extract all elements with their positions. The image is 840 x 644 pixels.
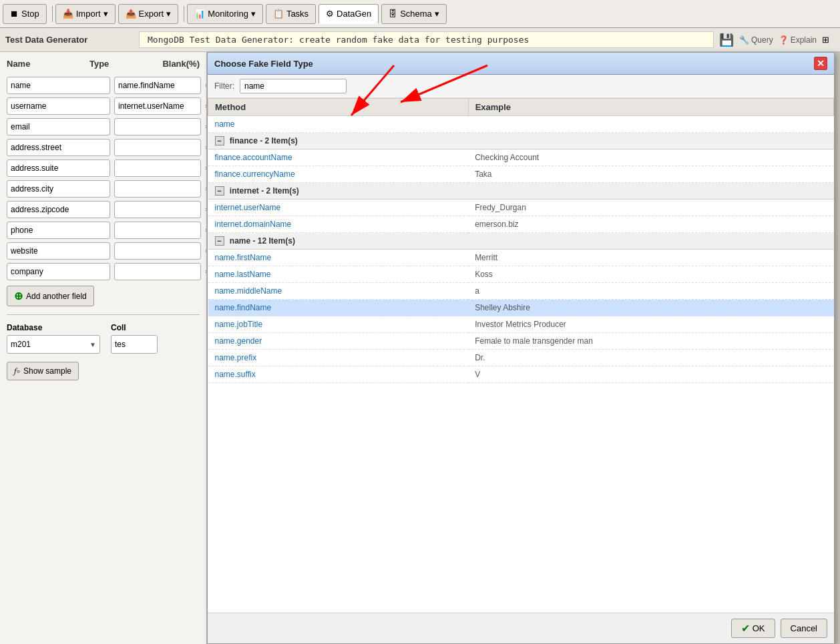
tasks-icon: 📋 [273,9,284,19]
stop-button[interactable]: ⏹ Stop [3,4,47,24]
database-select[interactable]: m201 ▼ [7,335,100,354]
method-link[interactable]: name.gender [215,336,262,346]
query-button[interactable]: 🔧 Query [739,35,773,45]
cancel-button[interactable]: Cancel [781,619,827,638]
method-link[interactable]: name.lastName [215,270,271,279]
group-label-finance: finance - 2 Item(s) [230,136,298,145]
schema-dropdown-icon: ▾ [435,9,439,19]
example-column-header: Example [468,99,833,116]
explain-label: Explain [791,35,817,45]
field-name-input-3[interactable] [7,139,110,156]
table-row: ⚙ ⊗ [7,118,200,135]
method-link[interactable]: name.jobTitle [215,320,263,329]
import-button[interactable]: 📥 Import ▾ [55,4,116,24]
collapse-toggle-finance[interactable]: − [215,136,224,145]
method-column-header: Method [208,99,469,116]
import-icon: 📥 [63,9,73,19]
method-link[interactable]: name.firstName [215,253,272,262]
group-label-name: name - 12 Item(s) [230,236,295,246]
example-cell: a [468,283,833,300]
schema-button[interactable]: 🗄 Schema ▾ [381,4,447,24]
save-icon[interactable]: 💾 [719,33,734,47]
method-cell: name.gender [208,333,469,350]
export-button[interactable]: 📤 Export ▾ [118,4,179,24]
field-name-input-1[interactable] [7,97,110,115]
method-link[interactable]: finance.accountName [215,153,292,162]
field-name-input-9[interactable] [7,263,110,280]
field-type-input-3[interactable] [114,139,201,156]
stop-label: Stop [21,9,39,19]
field-type-input-7[interactable] [114,222,201,239]
group-header-finance: − finance - 2 Item(s) [208,133,834,149]
table-row[interactable]: internet.userName Fredy_Durgan [208,200,834,216]
selected-row-findname[interactable]: name.findName Shelley Abshire [208,300,834,316]
field-name-input-0[interactable] [7,77,110,94]
tooltip-bar: MongoDB Test Data Generator: create rand… [139,31,714,48]
toolbar: ⏹ Stop 📥 Import ▾ 📤 Export ▾ 📊 Monitorin… [0,0,840,28]
field-type-input-0[interactable] [114,77,201,94]
ok-button[interactable]: ✔ OK [731,619,775,638]
table-row[interactable]: internet.domainName emerson.biz [208,216,834,233]
table-row[interactable]: name.jobTitle Investor Metrics Producer [208,316,834,333]
field-name-input-6[interactable] [7,201,110,218]
example-cell: V [468,366,833,383]
method-link[interactable]: finance.currencyName [215,170,295,179]
explain-button[interactable]: ❓ Explain [779,35,817,45]
field-type-input-1[interactable] [114,97,201,115]
export-icon: 📤 [126,9,136,19]
method-link[interactable]: name.middleName [215,286,282,296]
collapse-toggle-name[interactable]: − [215,236,224,246]
modal-close-button[interactable]: ✕ [814,57,827,70]
collection-input[interactable] [111,335,158,354]
datagen-button[interactable]: ⚙ DataGen [319,4,379,24]
import-label: Import [76,9,101,19]
field-type-input-8[interactable] [114,242,201,260]
add-field-button[interactable]: ⊕ Add another field [7,286,94,306]
field-name-input-2[interactable] [7,118,110,135]
table-row[interactable]: finance.currencyName Taka [208,166,834,183]
example-cell [468,116,833,133]
blank-column-header: Blank(%) [162,59,200,69]
table-row[interactable]: name.lastName Koss [208,266,834,283]
method-link[interactable]: name.prefix [215,353,257,362]
field-name-input-8[interactable] [7,242,110,260]
help-icon: ❓ [779,35,789,45]
table-row[interactable]: name.middleName a [208,283,834,300]
methods-table: Method Example name [208,98,834,383]
table-row[interactable]: name.suffix V [208,366,834,383]
filter-input[interactable] [240,79,347,93]
field-name-input-4[interactable] [7,159,110,177]
table-row[interactable]: name.prefix Dr. [208,350,834,366]
method-cell: finance.accountName [208,149,469,166]
field-type-input-9[interactable] [114,263,201,280]
field-type-input-4[interactable] [114,159,201,177]
show-sample-button[interactable]: 𝑓∘ Show sample [7,362,79,380]
example-cell: Taka [468,166,833,183]
field-type-input-6[interactable] [114,201,201,218]
method-link[interactable]: internet.userName [215,203,281,212]
group-label-internet: internet - 2 Item(s) [230,186,299,196]
table-row: ⚙ ⊗ [7,139,200,156]
separator-2 [184,6,184,22]
monitoring-button[interactable]: 📊 Monitoring ▾ [187,4,263,24]
table-row: ⚙ ⊗ [7,222,200,239]
field-name-input-5[interactable] [7,180,110,198]
modal-dialog: Choose Fake Field Type ✕ Filter: Method … [207,52,835,644]
method-link[interactable]: internet.domainName [215,220,292,229]
method-link[interactable]: name.suffix [215,370,256,379]
field-name-input-7[interactable] [7,222,110,239]
example-cell: Koss [468,266,833,283]
method-link[interactable]: name.findName [215,303,272,312]
collapse-toggle-internet[interactable]: − [215,186,224,196]
app-title: Test Data Generator [5,35,139,45]
tasks-button[interactable]: 📋 Tasks [266,4,316,24]
table-row[interactable]: finance.accountName Checking Account [208,149,834,166]
field-type-input-2[interactable] [114,118,201,135]
method-link[interactable]: name [215,119,235,129]
table-row[interactable]: name.firstName Merritt [208,250,834,266]
group-header-internet: − internet - 2 Item(s) [208,183,834,200]
table-row[interactable]: name.gender Female to male transgender m… [208,333,834,350]
field-type-input-5[interactable] [114,180,201,198]
more-icon[interactable]: ⊞ [822,35,829,45]
example-cell: Checking Account [468,149,833,166]
